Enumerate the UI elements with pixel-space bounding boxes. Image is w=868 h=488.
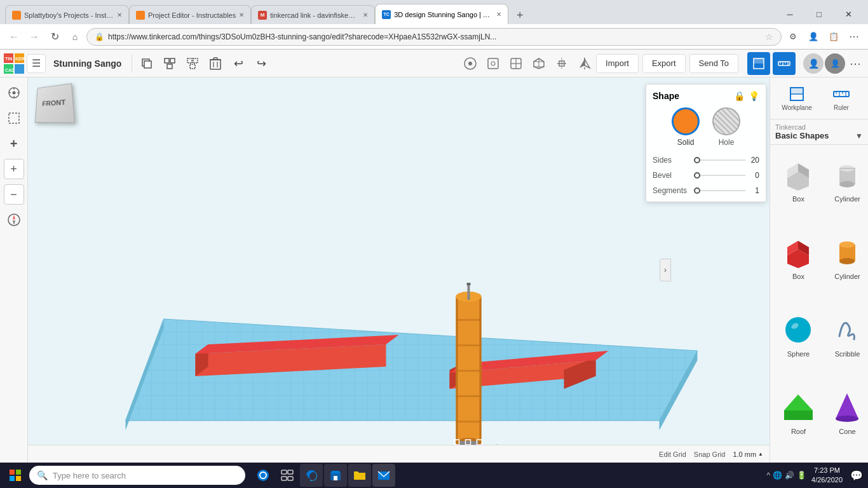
maximize-button[interactable]: □ xyxy=(804,4,834,24)
navigate-tool[interactable] xyxy=(4,83,24,103)
sides-slider[interactable] xyxy=(694,156,745,165)
align-tool[interactable] xyxy=(552,53,572,74)
clock-date: 4/26/2020 xyxy=(811,475,843,485)
workplane-button[interactable]: Workplane xyxy=(775,83,818,114)
compass-tool[interactable] xyxy=(4,210,24,230)
tab-3-close[interactable]: ✕ xyxy=(363,11,368,18)
send-to-button[interactable]: Send To xyxy=(689,54,738,73)
library-dropdown[interactable]: Basic Shapes ▼ xyxy=(775,131,863,140)
minimize-button[interactable]: ─ xyxy=(775,4,804,24)
tab-3[interactable]: M tinkercad link - davinfiske@gma... ✕ xyxy=(251,5,375,24)
shape-item-box-silver[interactable]: Box xyxy=(775,150,822,225)
bevel-property: Bevel 0 xyxy=(653,171,759,180)
tab-2[interactable]: Project Editor - Instructables ✕ xyxy=(129,5,251,24)
tab-4-close[interactable]: ✕ xyxy=(496,11,501,18)
extensions-icon[interactable]: ⚙ xyxy=(784,28,802,46)
zoom-in-tool[interactable]: + xyxy=(4,159,24,179)
search-bar[interactable]: 🔍 Type here to search xyxy=(29,466,245,485)
ruler-right-btn[interactable] xyxy=(773,52,796,75)
snap-value[interactable]: 1.0 mm ▲ xyxy=(733,451,763,458)
canvas-area[interactable]: FRONT xyxy=(28,78,770,463)
close-button[interactable]: ✕ xyxy=(834,4,863,24)
project-name[interactable]: Stunning Sango xyxy=(47,54,128,73)
taskbar-edge[interactable] xyxy=(300,464,323,487)
ruler-button[interactable]: Ruler xyxy=(820,83,863,114)
taskbar-store[interactable] xyxy=(324,464,347,487)
profile-icon[interactable]: 👤 xyxy=(804,28,822,46)
view-tool-1[interactable] xyxy=(460,53,480,74)
add-shape-tool[interactable]: + xyxy=(4,133,24,154)
avatar[interactable]: 👤 xyxy=(825,53,845,74)
tab-4-active[interactable]: TC 3D design Stunning Sango | Tink... ✕ xyxy=(375,4,508,24)
delete-tool-button[interactable] xyxy=(205,53,226,74)
volume-icon[interactable]: 🔊 xyxy=(785,471,794,480)
taskbar-explorer[interactable] xyxy=(348,464,371,487)
shape-info-icon[interactable]: 💡 xyxy=(749,91,759,101)
svg-marker-52 xyxy=(13,215,15,220)
panel-collapse-arrow[interactable]: › xyxy=(660,259,671,281)
back-button[interactable]: ← xyxy=(5,28,23,46)
network-icon[interactable]: 🌐 xyxy=(773,471,782,480)
tray-chevron[interactable]: ^ xyxy=(766,471,770,480)
tab-2-close[interactable]: ✕ xyxy=(239,11,244,18)
tinkercad-logo[interactable]: TIN KER CAD xyxy=(4,53,24,74)
view-tool-3[interactable] xyxy=(506,53,526,74)
svg-point-45 xyxy=(12,92,15,95)
shape-item-cylinder-silver[interactable]: Cylinder xyxy=(824,150,868,225)
shape-lock-icon[interactable]: 🔒 xyxy=(734,91,745,101)
bevel-slider[interactable] xyxy=(694,171,745,180)
zoom-out-tool[interactable]: − xyxy=(4,184,24,205)
sides-value: 20 xyxy=(745,156,759,165)
select-tool[interactable] xyxy=(4,108,24,128)
svg-point-21 xyxy=(468,62,472,65)
copy-tool-button[interactable] xyxy=(136,53,158,74)
view-cube[interactable]: FRONT xyxy=(34,84,76,125)
svg-rect-122 xyxy=(334,476,337,480)
export-button[interactable]: Export xyxy=(642,54,686,73)
shape-item-scribble[interactable]: Scribble xyxy=(824,305,868,380)
group-tool-button[interactable] xyxy=(159,53,180,74)
shape-item-cylinder-orange[interactable]: Cylinder xyxy=(824,227,868,302)
mirror-tool[interactable] xyxy=(574,53,595,74)
taskbar-task-view[interactable] xyxy=(276,464,299,487)
library-category: Tinkercad xyxy=(775,123,863,131)
solid-label: Solid xyxy=(677,138,695,147)
segments-slider[interactable] xyxy=(694,186,745,195)
hole-option[interactable]: Hole xyxy=(712,107,740,147)
tab-1[interactable]: Splattyboy's Projects - Instructabl... ✕ xyxy=(5,5,129,24)
refresh-button[interactable]: ↻ xyxy=(46,28,64,46)
clock[interactable]: 7:23 PM 4/26/2020 xyxy=(809,466,845,485)
start-button[interactable] xyxy=(3,463,28,488)
workplane-right-btn[interactable] xyxy=(747,52,770,75)
battery-icon[interactable]: 🔋 xyxy=(797,471,806,480)
undo-tool-button[interactable]: ↩ xyxy=(227,53,249,74)
notification-button[interactable]: 💬 xyxy=(848,466,865,484)
shape-cylinder-orange-label: Cylinder xyxy=(834,273,860,280)
svg-rect-111 xyxy=(10,470,15,475)
shape-item-cone[interactable]: Cone xyxy=(824,383,868,458)
star-icon[interactable]: ☆ xyxy=(765,32,773,42)
view-tool-2[interactable] xyxy=(483,53,503,74)
home-button[interactable]: ⌂ xyxy=(66,28,84,46)
solid-option[interactable]: Solid xyxy=(672,107,700,147)
view-tool-4[interactable] xyxy=(529,53,549,74)
user-add-icon[interactable]: 👤 xyxy=(803,53,824,74)
edit-grid-label[interactable]: Edit Grid xyxy=(659,451,686,458)
more-options-button[interactable]: ⋯ xyxy=(846,55,864,72)
more-button[interactable]: ⋯ xyxy=(845,28,863,46)
address-bar[interactable]: 🔒 https://www.tinkercad.com/things/3DSoU… xyxy=(86,28,782,46)
shape-item-roof[interactable]: Roof xyxy=(775,383,822,458)
taskbar-mail[interactable] xyxy=(372,464,395,487)
redo-tool-button[interactable]: ↪ xyxy=(250,53,272,74)
search-icon: 🔍 xyxy=(37,470,48,480)
new-tab-button[interactable]: + xyxy=(511,6,529,24)
shape-item-box-red[interactable]: Box xyxy=(775,227,822,302)
shape-item-sphere[interactable]: Sphere xyxy=(775,305,822,380)
tab-1-close[interactable]: ✕ xyxy=(117,11,122,18)
import-button[interactable]: Import xyxy=(596,54,639,73)
hamburger-button[interactable]: ☰ xyxy=(27,54,46,73)
taskbar-cortana[interactable] xyxy=(252,464,275,487)
forward-button[interactable]: → xyxy=(25,28,43,46)
collections-icon[interactable]: 📋 xyxy=(825,28,843,46)
ungroup-tool-button[interactable] xyxy=(182,53,203,74)
